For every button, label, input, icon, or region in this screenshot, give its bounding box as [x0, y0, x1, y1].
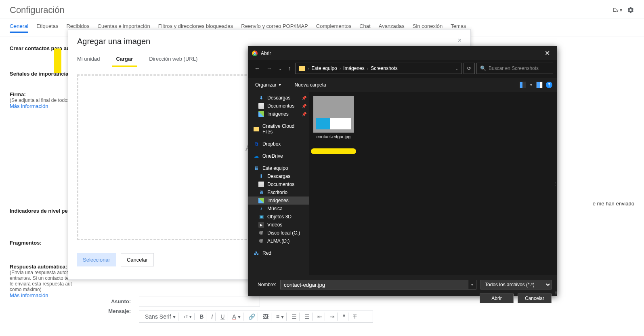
- annotation-highlight-file: [311, 148, 356, 154]
- sidebar-item-objetos-d[interactable]: ▣Objetos 3D: [248, 213, 309, 221]
- nav-recent-icon[interactable]: ⌄: [276, 65, 284, 72]
- sidebar-resize-handle[interactable]: ⋮: [553, 92, 557, 275]
- mensaje-label: Mensaje:: [10, 308, 131, 314]
- italic-icon[interactable]: I: [209, 313, 216, 321]
- link-icon[interactable]: 🔗: [246, 313, 258, 321]
- modal-select-button[interactable]: Seleccionar: [77, 253, 116, 266]
- sidebar-item-creative-cloud-files[interactable]: Creative Cloud Files: [248, 122, 309, 136]
- open-button[interactable]: Abrir: [480, 294, 514, 303]
- bold-icon[interactable]: B: [197, 313, 206, 321]
- sidebar-item-descargas[interactable]: ⬇Descargas: [248, 172, 309, 180]
- quote-icon[interactable]: ❝: [340, 313, 348, 321]
- nav-up-icon[interactable]: ↑: [286, 63, 294, 73]
- breadcrumb[interactable]: › Este equipo› Imágenes› Screenshots ⌄: [295, 63, 462, 74]
- row-snippets-label: Fragmentos:: [10, 240, 42, 246]
- file-item[interactable]: contact-edgar.jpg: [313, 96, 354, 154]
- bulleted-list-icon[interactable]: ☰: [302, 313, 313, 321]
- tab-etiquetas[interactable]: Etiquetas: [36, 23, 58, 33]
- asunto-label: Asunto:: [10, 298, 131, 304]
- chevron-down-icon[interactable]: ⌄: [455, 66, 458, 71]
- sidebar-item-documentos[interactable]: Documentos📌: [248, 102, 309, 110]
- search-icon: 🔍: [480, 66, 486, 71]
- sidebar-item-documentos[interactable]: Documentos: [248, 180, 309, 188]
- dialog-sidebar: ⬇Descargas📌Documentos📌Imágenes📌Creative …: [248, 92, 309, 275]
- file-list[interactable]: contact-edgar.jpg ⋮: [309, 92, 557, 275]
- row-indicators-label: Indicadores de nivel per: [10, 208, 70, 214]
- tab-mydrive[interactable]: Mi unidad: [77, 51, 100, 67]
- file-name-label: contact-edgar.jpg: [313, 134, 354, 139]
- indicators-right-text: e me han enviado: [593, 201, 634, 207]
- dialog-title: Abrir: [261, 51, 271, 56]
- dialog-close-icon[interactable]: ✕: [541, 49, 553, 58]
- modal-cancel-button[interactable]: Cancelar: [121, 253, 154, 266]
- preview-pane-icon[interactable]: [536, 82, 543, 88]
- sidebar-item-im-genes[interactable]: Imágenes📌: [248, 110, 309, 118]
- pin-icon: 📌: [302, 104, 306, 108]
- add-image-modal-title: Agregar una imagen: [77, 37, 150, 46]
- align-icon[interactable]: ≡ ▾: [274, 313, 287, 321]
- underline-icon[interactable]: U: [218, 313, 227, 321]
- tab-web-url[interactable]: Dirección web (URL): [149, 51, 197, 67]
- sidebar-item-red[interactable]: 🖧Red: [248, 249, 309, 257]
- file-thumbnail-icon: [313, 96, 354, 133]
- view-mode-icon[interactable]: [520, 82, 526, 88]
- tab-upload[interactable]: Cargar: [116, 51, 133, 67]
- sidebar-item-im-genes[interactable]: Imágenes: [248, 197, 309, 205]
- nav-forward-icon[interactable]: →: [264, 63, 275, 73]
- sidebar-item-alma-d-[interactable]: ⛃ALMA (D:): [248, 237, 309, 245]
- folder-icon: [299, 66, 305, 71]
- close-icon[interactable]: ×: [458, 37, 461, 46]
- organize-button[interactable]: Organizar ▼: [253, 80, 284, 89]
- sidebar-item-dropbox[interactable]: ⧉Dropbox: [248, 140, 309, 148]
- pin-icon: 📌: [302, 96, 306, 100]
- cancel-button[interactable]: Cancelar: [518, 294, 552, 303]
- nav-back-icon[interactable]: ←: [252, 63, 262, 73]
- breadcrumb-item[interactable]: Este equipo: [311, 66, 337, 71]
- page-title: Configuración: [10, 5, 65, 15]
- font-color-icon[interactable]: A ▾: [230, 313, 243, 321]
- sidebar-item-descargas[interactable]: ⬇Descargas📌: [248, 94, 309, 102]
- sidebar-item-disco-local-c-[interactable]: ⛃Disco local (C:): [248, 229, 309, 237]
- filename-label: Nombre:: [254, 282, 276, 287]
- breadcrumb-item[interactable]: Screenshots: [371, 66, 398, 71]
- chrome-icon: [252, 51, 258, 56]
- filename-input[interactable]: [280, 280, 468, 290]
- font-size-icon[interactable]: ᴛT ▾: [181, 313, 195, 320]
- gear-icon[interactable]: [627, 6, 634, 14]
- remove-format-icon[interactable]: T: [351, 313, 359, 321]
- pin-icon: 📌: [302, 112, 306, 116]
- refresh-icon[interactable]: ⟳: [464, 63, 475, 74]
- indent-less-icon[interactable]: ⇤: [315, 313, 325, 321]
- search-input[interactable]: 🔍 Buscar en Screenshots: [476, 63, 553, 74]
- message-toolbar: Sans Serif ▾ ᴛT ▾ B I U A ▾ 🔗 🖼 ≡ ▾ ☰ ☰ …: [139, 311, 373, 323]
- breadcrumb-item[interactable]: Imágenes: [343, 66, 365, 71]
- sidebar-item-onedrive[interactable]: ☁OneDrive: [248, 152, 309, 160]
- sidebar-item-este-equipo[interactable]: 🖥Este equipo: [248, 164, 309, 172]
- language-selector[interactable]: Es ▾: [613, 7, 622, 13]
- help-icon[interactable]: ?: [546, 82, 552, 88]
- tab-general[interactable]: General: [10, 23, 28, 33]
- filename-dropdown-icon[interactable]: ▾: [468, 280, 476, 290]
- new-folder-button[interactable]: Nueva carpeta: [292, 80, 329, 89]
- view-dropdown-icon[interactable]: ▼: [529, 83, 533, 87]
- asunto-input[interactable]: [139, 296, 260, 306]
- font-selector[interactable]: Sans Serif ▾: [143, 313, 178, 321]
- sidebar-item-m-sica[interactable]: ♪Música: [248, 205, 309, 213]
- sidebar-item-escritorio[interactable]: 🖥Escritorio: [248, 188, 309, 197]
- annotation-highlight-upload-tab: [54, 49, 61, 73]
- file-open-dialog: Abrir ✕ ← → ⌄ ↑ › Este equipo› Imágenes›…: [248, 46, 557, 296]
- indent-more-icon[interactable]: ⇥: [327, 313, 338, 321]
- image-icon[interactable]: 🖼: [260, 313, 271, 321]
- sidebar-item-v-deos[interactable]: ▶Vídeos: [248, 221, 309, 229]
- numbered-list-icon[interactable]: ☰: [289, 313, 300, 321]
- filetype-selector[interactable]: Todos los archivos (*.*): [480, 280, 552, 290]
- resize-grip-icon[interactable]: ⠿⠿: [554, 292, 556, 295]
